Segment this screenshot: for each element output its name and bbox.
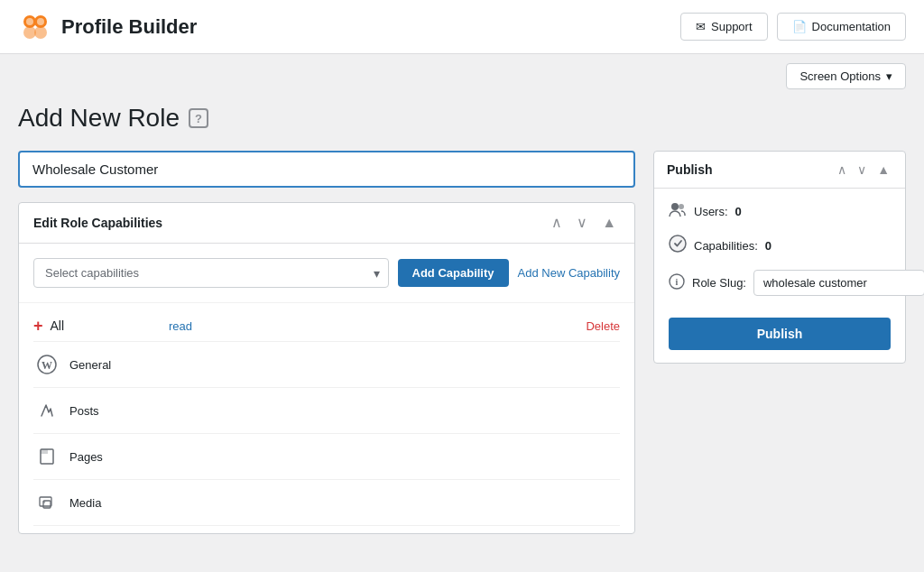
svg-text:W: W (42, 359, 52, 372)
collapse-up-button[interactable]: ∧ (548, 214, 566, 232)
add-capability-button[interactable]: Add Capability (398, 259, 509, 287)
screen-options-button[interactable]: Screen Options ▾ (786, 63, 906, 89)
header: Profile Builder ✉ Support 📄 Documentatio… (0, 0, 924, 54)
svg-point-16 (670, 235, 686, 252)
doc-icon: 📄 (792, 20, 807, 33)
users-label: Users: (694, 205, 728, 218)
envelope-icon: ✉ (696, 20, 706, 33)
page-title-area: Add New Role ? (0, 89, 924, 142)
top-bar: Screen Options ▾ (0, 54, 924, 89)
delete-link[interactable]: Delete (586, 319, 620, 333)
capabilities-label: Capabilities: (694, 239, 758, 253)
svg-point-13 (671, 203, 679, 210)
svg-rect-10 (40, 497, 51, 506)
support-label: Support (711, 20, 753, 33)
publish-toggle-button[interactable]: ▲ (874, 161, 892, 179)
svg-point-2 (23, 26, 36, 39)
pages-label: Pages (69, 450, 103, 464)
role-slug-label: Role Slug: (692, 276, 746, 290)
list-item: Posts (33, 388, 620, 434)
publish-collapse-down-button[interactable]: ∨ (855, 161, 869, 179)
documentation-button[interactable]: 📄 Documentation (777, 13, 906, 41)
publish-body: Users: 0 Capabilities: 0 (654, 189, 905, 309)
svg-point-4 (26, 18, 33, 25)
role-name-input[interactable] (18, 151, 635, 188)
publish-title: Publish (667, 162, 713, 177)
svg-point-5 (37, 18, 44, 25)
capabilities-box: Edit Role Capabilities ∧ ∨ ▲ Select capa… (18, 202, 635, 534)
capabilities-list-header: + All read Delete (33, 310, 620, 342)
info-icon: i (669, 273, 685, 293)
documentation-label: Documentation (812, 20, 891, 33)
publish-controls: ∧ ∨ ▲ (835, 161, 892, 179)
general-label: General (69, 358, 111, 372)
page-title: Add New Role (18, 104, 180, 133)
screen-options-label: Screen Options (799, 69, 881, 83)
publish-box: Publish ∧ ∨ ▲ (653, 151, 906, 364)
left-column: Edit Role Capabilities ∧ ∨ ▲ Select capa… (18, 151, 635, 534)
publish-footer: Publish (654, 309, 905, 363)
support-button[interactable]: ✉ Support (680, 13, 768, 41)
posts-icon (33, 397, 60, 424)
app-title: Profile Builder (61, 15, 197, 39)
svg-text:i: i (676, 277, 679, 287)
main-content: Edit Role Capabilities ∧ ∨ ▲ Select capa… (0, 142, 924, 552)
capabilities-select-wrap: Select capabilities (33, 258, 389, 288)
capabilities-list: + All read Delete W General (19, 303, 634, 533)
wordpress-icon: W (33, 351, 60, 378)
users-count: 0 (735, 205, 742, 218)
logo-icon (18, 10, 52, 44)
help-icon[interactable]: ? (189, 108, 208, 128)
right-column: Publish ∧ ∨ ▲ (653, 151, 906, 364)
svg-rect-9 (41, 449, 48, 454)
capabilities-header: Edit Role Capabilities ∧ ∨ ▲ (19, 203, 634, 244)
header-buttons: ✉ Support 📄 Documentation (680, 13, 906, 41)
role-slug-row: i Role Slug: (669, 270, 891, 296)
capabilities-row: Capabilities: 0 (669, 235, 891, 257)
capabilities-icon (669, 235, 687, 257)
role-slug-input[interactable] (753, 270, 924, 296)
all-label: All (51, 318, 65, 333)
users-row: Users: 0 (669, 201, 891, 222)
capabilities-toolbar: Select capabilities Add Capability Add N… (19, 244, 634, 303)
list-item: Pages (33, 434, 620, 480)
collapse-down-button[interactable]: ∨ (573, 214, 591, 232)
read-link[interactable]: read (160, 319, 586, 333)
pages-icon (33, 443, 60, 470)
capabilities-count: 0 (765, 239, 772, 253)
add-new-capability-link[interactable]: Add New Capability (518, 266, 620, 280)
svg-point-14 (679, 204, 684, 209)
publish-button[interactable]: Publish (669, 318, 891, 350)
list-item: Media (33, 480, 620, 526)
users-icon (669, 201, 687, 222)
media-icon (33, 489, 60, 516)
media-label: Media (69, 496, 101, 510)
svg-point-3 (34, 26, 47, 39)
capabilities-select[interactable]: Select capabilities (33, 258, 389, 288)
publish-collapse-up-button[interactable]: ∧ (835, 161, 849, 179)
list-item: W General (33, 342, 620, 388)
publish-header: Publish ∧ ∨ ▲ (654, 152, 905, 189)
posts-label: Posts (69, 404, 99, 418)
logo: Profile Builder (18, 10, 197, 44)
chevron-down-icon: ▾ (886, 69, 892, 83)
toggle-button[interactable]: ▲ (598, 214, 620, 232)
svg-point-12 (43, 501, 45, 503)
capabilities-title: Edit Role Capabilities (33, 216, 162, 230)
plus-icon: + (33, 318, 43, 334)
capabilities-header-controls: ∧ ∨ ▲ (548, 214, 620, 232)
cap-all-section: + All (33, 318, 160, 334)
